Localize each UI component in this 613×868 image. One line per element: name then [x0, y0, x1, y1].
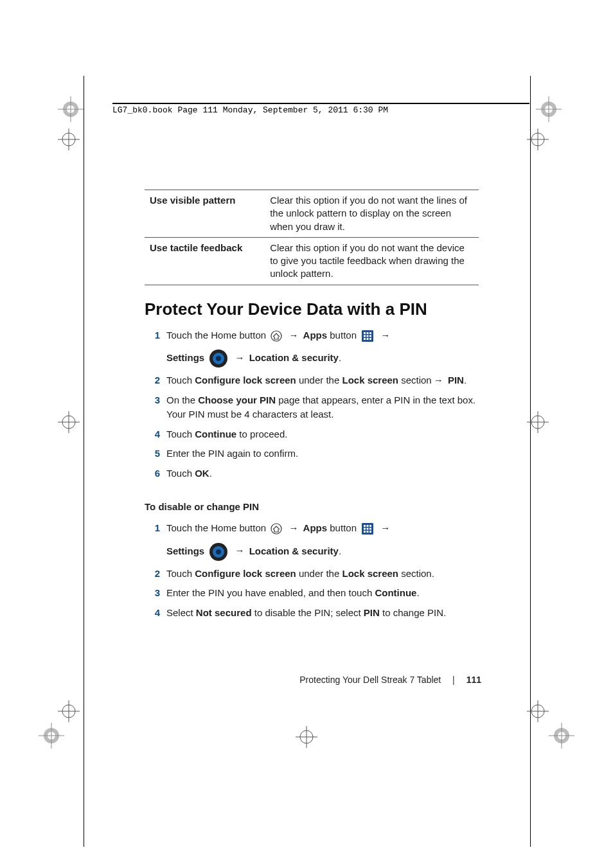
step-item: Touch the Home button → Apps button → Se…: [145, 518, 479, 564]
step-text: Enter the PIN again to confirm.: [166, 448, 298, 459]
steps-list-b: Touch the Home button → Apps button → Se…: [145, 518, 479, 623]
page-number: 111: [466, 675, 481, 685]
footer-title: Protecting Your Dell Streak 7 Tablet: [299, 675, 441, 685]
footer-inner: Protecting Your Dell Streak 7 Tablet | 1…: [0, 675, 613, 685]
arrow-icon: →: [378, 522, 392, 533]
footer-separator: |: [443, 675, 464, 685]
header-area: LG7_bk0.book Page 111 Monday, September …: [112, 103, 529, 115]
step-text: button: [330, 522, 359, 533]
svg-rect-23: [367, 531, 369, 533]
registration-mark-icon: [58, 96, 84, 122]
svg-point-39: [531, 133, 544, 146]
step-item: Enter the PIN you have enabled, and then…: [145, 583, 479, 603]
step-item: Touch Configure lock screen under the Lo…: [145, 371, 479, 391]
registration-mark-icon: [296, 726, 317, 748]
svg-point-62: [300, 731, 313, 743]
step-item: On the Choose your PIN page that appears…: [145, 391, 479, 425]
svg-rect-16: [364, 525, 366, 527]
bold-text: Configure lock screen: [195, 375, 296, 385]
step-text: section.: [398, 568, 434, 579]
location-security-label: Location & security: [249, 352, 339, 363]
svg-point-28: [63, 102, 78, 117]
svg-rect-17: [367, 525, 369, 527]
step-text: under the: [296, 568, 342, 579]
bold-text: Choose your PIN: [198, 394, 276, 405]
svg-point-59: [558, 732, 565, 740]
arrow-icon: →: [287, 522, 300, 533]
svg-rect-24: [369, 531, 371, 533]
home-icon: [271, 523, 282, 535]
step-text: .: [209, 468, 212, 479]
arrow-icon: →: [233, 545, 247, 556]
step-text: .: [416, 587, 419, 598]
svg-point-51: [531, 705, 544, 718]
svg-point-42: [62, 416, 75, 429]
footer: Protecting Your Dell Streak 7 Tablet | 1…: [0, 675, 613, 685]
svg-rect-3: [367, 332, 369, 334]
step-item: Touch Configure lock screen under the Lo…: [145, 564, 479, 584]
step-item: Select Not secured to disable the PIN; s…: [145, 603, 479, 623]
home-icon: [271, 330, 282, 342]
period: .: [339, 352, 341, 363]
svg-rect-22: [364, 531, 366, 533]
step-text: under the: [296, 375, 342, 385]
svg-rect-6: [367, 335, 369, 337]
step-item: Touch the Home button → Apps button → Se…: [145, 326, 479, 371]
apps-label: Apps: [303, 522, 328, 533]
option-label: Use tactile feedback: [145, 237, 265, 285]
step-text: Touch: [166, 375, 195, 385]
bold-text: Continue: [195, 429, 236, 439]
arrow-icon: →: [233, 352, 247, 363]
step-text: Select: [166, 607, 196, 618]
step-text: to proceed.: [236, 429, 287, 439]
table-row: Use visible pattern Clear this option if…: [145, 190, 479, 238]
header-rule: [112, 103, 529, 104]
settings-icon: [209, 542, 228, 562]
svg-rect-4: [369, 332, 371, 334]
step-text: Touch the Home button: [166, 522, 269, 533]
svg-rect-7: [369, 335, 371, 337]
bold-text: Lock screen: [342, 375, 398, 385]
registration-mark-icon: [527, 128, 549, 150]
period: .: [339, 545, 341, 556]
step-item: Touch Continue to proceed.: [145, 425, 479, 445]
options-table: Use visible pattern Clear this option if…: [145, 190, 479, 285]
arrow-icon: →: [378, 330, 392, 341]
arrow-icon: →: [432, 375, 445, 385]
step-text: section: [398, 375, 432, 385]
svg-point-36: [62, 133, 75, 146]
svg-rect-18: [369, 525, 371, 527]
registration-mark-icon: [39, 723, 64, 748]
registration-mark-icon: [58, 128, 80, 150]
svg-rect-10: [369, 338, 371, 340]
registration-mark-icon: [527, 700, 549, 722]
registration-mark-icon: [58, 700, 80, 722]
option-desc: Clear this option if you do not want the…: [265, 237, 479, 285]
header-meta-text: LG7_bk0.book Page 111 Monday, September …: [112, 105, 529, 115]
table-row: Use tactile feedback Clear this option i…: [145, 237, 479, 285]
bold-text: PIN: [448, 375, 464, 385]
step-item: Touch OK.: [145, 464, 479, 484]
bold-text: Lock screen: [342, 568, 398, 579]
svg-point-33: [545, 105, 553, 113]
svg-point-54: [44, 728, 59, 743]
arrow-icon: →: [287, 330, 300, 341]
svg-rect-5: [364, 335, 366, 337]
apps-label: Apps: [303, 330, 328, 341]
content-area: Use visible pattern Clear this option if…: [145, 190, 479, 623]
crop-line-vertical: [530, 76, 531, 847]
subheading: To disable or change PIN: [145, 501, 479, 512]
step-text: to disable the PIN; select: [252, 607, 364, 618]
bold-text: OK: [195, 468, 209, 479]
settings-label: Settings: [166, 352, 204, 363]
step-text: Enter the PIN you have enabled, and then…: [166, 587, 375, 598]
svg-rect-20: [367, 528, 369, 530]
apps-icon: [361, 330, 374, 342]
steps-list-a: Touch the Home button → Apps button → Se…: [145, 326, 479, 484]
svg-point-32: [541, 102, 556, 117]
step-item: Enter the PIN again to confirm.: [145, 444, 479, 464]
step-text: Touch the Home button: [166, 330, 269, 341]
svg-point-48: [62, 705, 75, 718]
svg-point-58: [554, 728, 569, 743]
step-text: Touch: [166, 568, 195, 579]
